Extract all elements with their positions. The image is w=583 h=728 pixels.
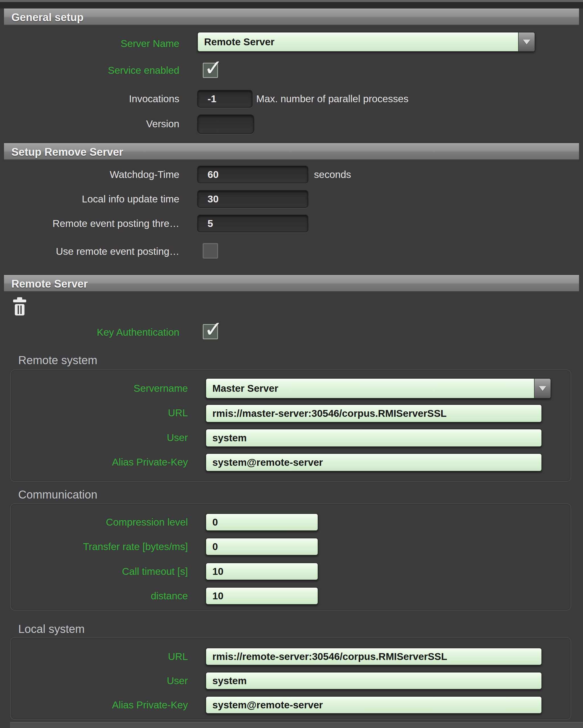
distance-label: distance [0, 589, 188, 602]
local-system-group-title: Local system [18, 622, 84, 636]
section-header-remote-server: Remote Server [4, 275, 579, 292]
key-authentication-label: Key Authentication [0, 326, 179, 339]
chevron-down-icon[interactable] [518, 32, 535, 51]
dropdown-arrow-glyph [539, 386, 546, 391]
server-name-dropdown[interactable]: Remote Server [197, 32, 535, 52]
watchdog-time-input[interactable] [197, 166, 308, 183]
local-url-label: URL [0, 650, 188, 663]
use-remote-event-posting-checkbox[interactable]: ✓ [203, 243, 218, 259]
servername-label: Servername [0, 382, 188, 395]
servername-value: Master Server [212, 383, 279, 394]
watchdog-time-label: Watchdog-Time [0, 168, 179, 181]
local-user-input[interactable] [206, 672, 542, 690]
remote-alias-private-key-label: Alias Private-Key [0, 456, 188, 469]
remote-event-posting-threshold-label: Remote event posting thre… [0, 217, 179, 230]
invocations-label: Invocations [0, 92, 179, 105]
use-remote-event-posting-label: Use remote event posting… [0, 245, 179, 258]
watchdog-time-unit: seconds [314, 168, 399, 181]
distance-input[interactable] [206, 587, 318, 605]
remote-alias-private-key-input[interactable] [206, 453, 542, 471]
communication-group-title: Communication [18, 488, 97, 502]
local-info-update-time-input[interactable] [197, 190, 308, 208]
remote-system-group-title: Remote system [18, 353, 97, 367]
checkmark-icon: ✓ [204, 316, 222, 342]
invocations-input[interactable] [197, 90, 253, 108]
call-timeout-input[interactable] [206, 563, 318, 580]
checkmark-icon: ✓ [204, 55, 222, 81]
servername-dropdown[interactable]: Master Server [206, 378, 551, 398]
trash-icon [11, 297, 28, 316]
local-user-label: User [0, 674, 188, 687]
remote-url-label: URL [0, 406, 188, 419]
server-name-value: Remote Server [204, 36, 274, 48]
remote-user-label: User [0, 431, 188, 444]
server-name-label: Server Name [0, 37, 179, 50]
local-info-update-time-label: Local info update time [0, 192, 179, 206]
dropdown-arrow-glyph [523, 40, 530, 45]
compression-level-input[interactable] [206, 513, 318, 531]
bottom-edge-bar [10, 722, 583, 728]
delete-remote-server-button[interactable] [11, 297, 28, 316]
version-input[interactable] [197, 114, 254, 134]
local-alias-private-key-input[interactable] [206, 696, 542, 714]
section-header-general-setup: General setup [4, 8, 579, 26]
service-enabled-checkbox[interactable]: ✓ [203, 62, 218, 78]
chevron-down-icon[interactable] [534, 379, 551, 398]
local-alias-private-key-label: Alias Private-Key [0, 698, 188, 711]
version-label: Version [0, 117, 179, 130]
remote-url-input[interactable] [206, 404, 542, 422]
top-dark-strip [0, 2, 583, 8]
local-url-input[interactable] [206, 648, 542, 666]
top-edge-highlight [0, 0, 583, 2]
remote-user-input[interactable] [206, 429, 542, 447]
transfer-rate-input[interactable] [206, 538, 318, 555]
key-authentication-checkbox[interactable]: ✓ [203, 324, 218, 339]
compression-level-label: Compression level [0, 516, 188, 529]
transfer-rate-label: Transfer rate [bytes/ms] [0, 540, 188, 553]
settings-page: General setup Server Name Remote Server … [0, 0, 583, 728]
service-enabled-label: Service enabled [0, 64, 179, 77]
call-timeout-label: Call timeout [s] [0, 565, 188, 578]
invocations-hint: Max. number of parallel processes [256, 92, 478, 105]
remote-event-posting-threshold-input[interactable] [197, 215, 308, 232]
section-header-setup-remove-server: Setup Remove Server [4, 143, 579, 160]
